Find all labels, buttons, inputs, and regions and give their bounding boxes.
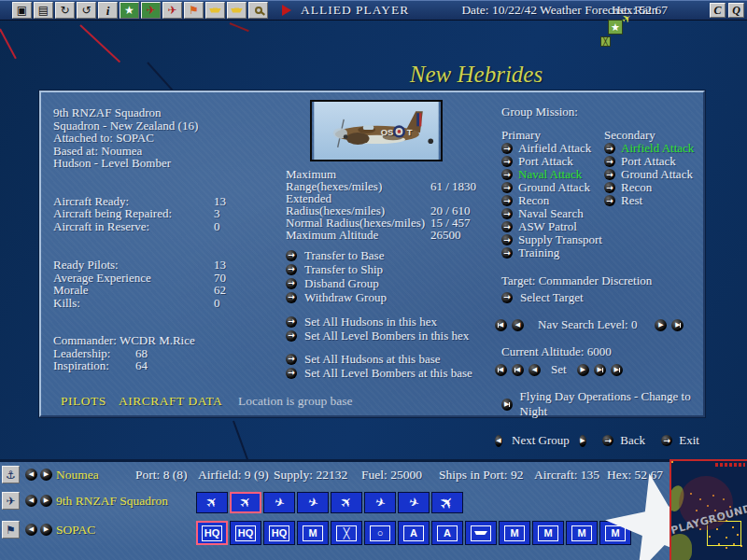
secondary-airfield-attack[interactable]: →Airfield Attack [604,142,699,155]
combat-report-button[interactable]: C [710,3,726,18]
transfer-to-base-button[interactable]: →Transfer to Base [286,248,502,262]
prev-base-button[interactable]: ◀ [25,469,37,481]
base-list-button[interactable]: ⚓ [2,466,20,483]
map-route-line [230,22,249,32]
fuel-stat: Fuel: 25000 [361,468,422,483]
end-turn-button[interactable]: ↻ [55,2,75,19]
select-target-button[interactable]: →Select Target [501,290,699,304]
arrow-bullet-icon: → [286,316,297,328]
hq-list-button[interactable]: ⚑ [2,521,20,539]
unit-button-hq[interactable]: HQ [263,521,295,545]
nav-search-up-button[interactable]: ▶ [655,319,667,331]
prev-hq-button[interactable]: ◀ [25,524,37,536]
minimap-bases [671,461,673,463]
aircraft-transfer-button[interactable]: ✈ [162,2,182,19]
next-base-button[interactable]: ▶ [40,469,52,481]
aircraft-type-button-floatplane[interactable]: ✈ [398,492,430,513]
mission-airfield-attack[interactable]: →Airfield Attack [501,142,604,155]
air-group-mode-button[interactable]: ✈ [141,2,161,19]
set-all-hudsons-hex-button[interactable]: →Set All Hudsons in this hex [286,315,502,329]
airfield-stat: Airfield: 9 (9) [198,468,269,483]
base-force-symbol: M [504,525,525,541]
mission-naval-attack[interactable]: →Naval Attack [501,168,604,181]
aircraft-type-button-plane-side[interactable]: ✈ [297,492,329,513]
replay-button[interactable]: ↺ [77,2,96,19]
map-base-marker[interactable]: ★ [608,20,623,35]
base-star-icon: ★ [611,22,620,33]
secondary-port-attack[interactable]: →Port Attack [604,155,699,168]
hq-name[interactable]: SOPAC [56,523,95,538]
altitude-min-button[interactable]: ◀ [495,364,507,376]
unit-button-naval-support[interactable] [465,521,497,545]
unit-button-artillery[interactable]: ○ [364,521,396,545]
set-all-hudsons-base-button[interactable]: →Set All Hudsons at this base [286,352,502,366]
minimap[interactable]: PLAYGROUND [669,459,747,560]
altitude-max-button[interactable]: ▶ [611,364,623,376]
nav-search-min-button[interactable]: ◀ [495,319,507,331]
unit-button-aviation-support[interactable]: A [398,521,430,545]
air-group-list-button[interactable]: ✈ [2,492,20,510]
flag-mode-button[interactable]: ⚑ [184,2,204,19]
quit-button[interactable]: Q [728,3,744,18]
group-mission-header: Group Mission: [501,105,699,119]
unit-button-base-force[interactable]: M [499,521,530,545]
unit-button-base-force[interactable]: M [532,521,564,545]
save-button[interactable]: ▣ [12,2,32,19]
mission-supply-transport[interactable]: →Supply Transport [501,233,604,246]
next-air-group-button[interactable]: ▶ [40,495,52,507]
back-button[interactable]: Back [620,433,645,448]
base-name[interactable]: Noumea [56,468,99,483]
report-button[interactable]: ▤ [34,2,53,19]
zoom-button[interactable] [248,2,268,19]
task-force-button[interactable] [227,2,247,19]
play-turn-icon[interactable] [282,5,291,16]
map-fort-marker[interactable]: ╳ [600,36,611,47]
base-mode-button[interactable]: ★ [120,2,139,19]
prev-group-button[interactable]: ◀ [495,435,502,447]
prev-air-group-button[interactable]: ◀ [25,495,37,507]
altitude-up-fast-button[interactable]: ▶ [594,364,606,376]
mission-asw-patrol[interactable]: →ASW Patrol [501,220,604,233]
air-group-name[interactable]: 9th RNZAF Squadron [56,494,168,509]
secondary-recon[interactable]: →Recon [604,181,699,194]
altitude-down-fast-button[interactable]: ◀ [512,364,524,376]
arrow-bullet-icon: → [501,143,513,154]
tab-pilots[interactable]: PILOTS [61,394,106,408]
aircraft-type-button-twin-bomber[interactable]: ✈ [331,492,362,513]
altitude-up-button[interactable]: ▶ [577,364,589,376]
unit-button-base-force[interactable]: M [566,521,598,545]
aircraft-type-button-plane-side[interactable]: ✈ [263,492,295,513]
mission-recon[interactable]: →Recon [501,194,604,207]
disband-group-button[interactable]: →Disband Group [286,276,502,290]
set-all-bombers-base-button[interactable]: →Set All Level Bombers at this base [286,366,502,380]
unit-button-hq[interactable]: HQ [196,521,228,545]
set-all-bombers-hex-button[interactable]: →Set All Level Bombers in this hex [286,329,502,343]
withdraw-group-button[interactable]: →Withdraw Group [286,290,502,304]
mission-naval-search[interactable]: →Naval Search [501,207,604,220]
nav-search-max-button[interactable]: ▶ [671,319,684,331]
group-info-column: 9th RNZAF Squadron Squadron - New Zealan… [53,106,282,372]
exit-button[interactable]: Exit [679,433,699,448]
aircraft-type-button-plane-side[interactable]: ✈ [364,492,396,513]
mission-ground-attack[interactable]: →Ground Attack [501,181,604,194]
next-group-button[interactable]: ▶ [579,435,586,447]
altitude-down-button[interactable]: ◀ [529,364,541,376]
aircraft-type-button-heavy-bomber[interactable]: ✈ [431,492,463,513]
aircraft-type-button-twin-bomber[interactable]: ✈ [230,492,261,513]
mission-port-attack[interactable]: →Port Attack [501,155,604,168]
unit-button-infantry[interactable]: ╳ [331,521,362,545]
tab-aircraft-data[interactable]: AIRCRAFT DATA [119,394,222,409]
next-hq-button[interactable]: ▶ [40,524,52,536]
aircraft-type-button-twin-bomber[interactable]: ✈ [196,492,228,513]
unit-button-base-force[interactable]: M [297,521,329,545]
ship-mode-button[interactable] [205,2,225,19]
aircraft-profile-image: OS T [310,100,443,161]
secondary-ground-attack[interactable]: →Ground Attack [604,168,699,181]
info-button[interactable]: i [98,2,118,19]
mission-training[interactable]: →Training [501,246,604,259]
transfer-to-ship-button[interactable]: →Transfer to Ship [286,262,502,276]
unit-button-aviation-support[interactable]: A [431,521,463,545]
nav-search-down-button[interactable]: ◀ [512,319,524,331]
unit-button-hq[interactable]: HQ [230,521,261,545]
secondary-rest[interactable]: →Rest [604,194,699,207]
